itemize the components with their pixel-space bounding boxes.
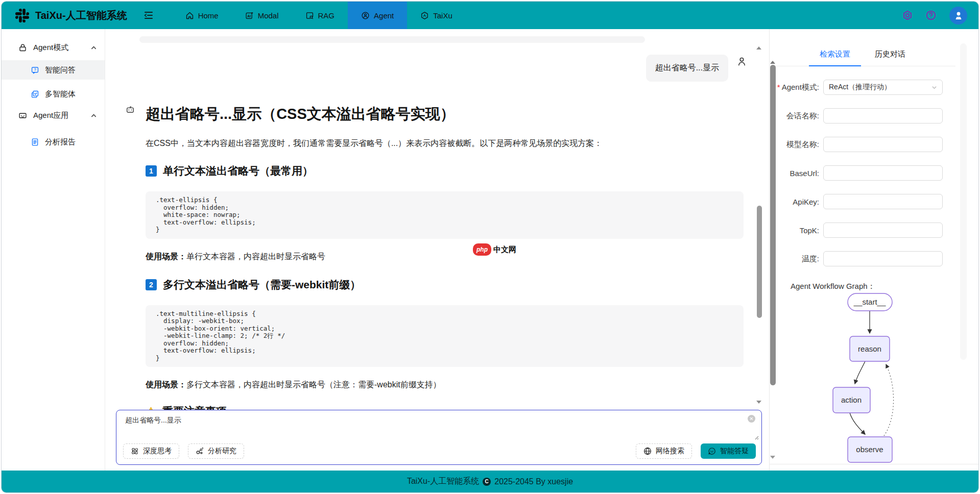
scroll-up-arrow[interactable] [756,46,761,50]
multi-copy-check-icon [31,90,39,98]
panel-scroll-down-arrow[interactable] [770,456,775,459]
field-label: 模型名称: [770,140,823,150]
main-scrollbar-thumb[interactable] [757,206,762,318]
code-block-multiline: .text-multiline-ellipsis { display: -web… [146,305,744,367]
panel-scrollbar-track[interactable] [960,43,967,360]
chat-question-icon: ? [31,66,39,75]
avatar-person-icon [953,10,964,20]
footer-bar: TaiXu-人工智能系统 C 2025-2045 By xuesjie [2,471,978,492]
agent-mode-select[interactable]: ReAct（推理行动） [823,80,943,95]
session-name-input[interactable] [823,108,943,124]
panel-bottom-divider [770,464,978,464]
clear-input-icon[interactable]: ✕ [748,415,755,423]
svg-text:reason: reason [858,344,881,353]
node-reason[interactable]: reason [850,336,890,361]
sidebar-item-label: 分析报告 [45,137,76,147]
usage-text: 多行文本容器，内容超出时显示省略号（注意：需要-webkit前缀支持） [186,380,441,389]
scroll-down-arrow[interactable] [756,401,761,404]
report-doc-icon [31,138,39,146]
field-label: BaseUrl: [770,169,823,178]
chip-label: 网络搜索 [656,447,684,456]
content-area: Agent模式 ? 智能问答 多智能体 Agent应用 分析报告 [2,29,978,471]
temperature-input[interactable] [823,251,943,266]
form-row-agent-mode: *Agent模式: ReAct（推理行动） [770,80,978,95]
svg-text:__start__: __start__ [853,298,886,306]
nav-item-taixu[interactable]: TaiXu [407,2,466,29]
message-composer: 超出省略号...显示 ✕ 深度思考 分析研究 网络搜索 [116,410,762,465]
tab-retrieval-settings[interactable]: 检索设置 [809,50,861,66]
globe-icon [643,447,652,455]
smart-qa-button[interactable]: 智能答疑 [701,443,756,459]
tab-history-dialogue[interactable]: 历史对话 [864,50,916,66]
robot-card-icon [18,111,27,120]
nav-label: Modal [258,11,279,20]
sidebar-item-smart-qa[interactable]: ? 智能问答 [2,60,105,80]
sidebar-group-agent-app[interactable]: Agent应用 [2,108,105,122]
form-row-session-name: 会话名称: [770,108,978,124]
baseurl-input[interactable] [823,165,943,181]
copyright-icon: C [483,478,491,486]
section-heading-text: 单行文本溢出省略号（最常用） [163,164,313,178]
node-observe[interactable]: observe [848,437,892,462]
nav-label: TaiXu [433,11,452,20]
menu-fold-icon[interactable] [144,10,154,20]
footer-app-name: TaiXu-人工智能系统 [407,476,479,487]
composer-input[interactable]: 超出省略号...显示 [117,411,761,437]
sidebar-group-label: Agent应用 [33,111,68,120]
chevron-up-icon [91,45,97,51]
field-label: *Agent模式: [770,83,823,92]
field-label: 会话名称: [770,111,823,121]
svg-text:?: ? [34,67,36,72]
user-avatar[interactable] [949,7,967,24]
select-value: ReAct（推理行动） [829,83,891,92]
sidebar-item-label: 多智能体 [45,89,76,99]
file-search-icon [305,11,314,20]
nav-item-agent[interactable]: Agent [348,2,407,29]
analysis-research-button[interactable]: 分析研究 [188,443,244,459]
resize-handle-icon[interactable] [754,435,759,440]
edge-observe-reason-dotted [884,364,894,436]
chip-label: 分析研究 [208,447,236,456]
section-1-heading: 1 单行文本溢出省略号（最常用） [146,164,744,178]
panel-scroll-up-arrow[interactable] [770,61,775,64]
nav-item-home[interactable]: Home [172,2,232,29]
nav-item-modal[interactable]: AI Modal [232,2,292,29]
slack-logo-icon [15,9,29,22]
nav-label: Home [198,11,219,20]
apikey-input[interactable] [823,194,943,209]
chat-main: 超出省略号...显示 超出省略号...显示（CSS文本溢出省略号实现） 在CSS… [105,29,769,471]
chat-scroll-area[interactable]: 超出省略号...显示 超出省略号...显示（CSS文本溢出省略号实现） 在CSS… [105,29,769,471]
section-2-heading: 2 多行文本溢出省略号（需要-webkit前缀） [146,278,744,292]
node-action[interactable]: action [833,387,870,413]
nav-label: Agent [374,11,394,20]
form-row-model-name: 模型名称: [770,137,978,152]
topk-input[interactable] [823,223,943,238]
nav-item-rag[interactable]: RAG [292,2,348,29]
help-icon[interactable] [926,10,936,20]
settings-icon[interactable] [902,10,913,20]
php-watermark-text: 中文网 [493,244,516,255]
sidebar-item-analysis-report[interactable]: 分析报告 [2,132,105,152]
web-search-button[interactable]: 网络搜索 [636,443,692,459]
ai-model-icon: AI [245,11,254,20]
deep-think-button[interactable]: 深度思考 [123,443,179,459]
model-name-input[interactable] [823,137,943,152]
panel-scrollbar-thumb[interactable] [770,65,776,385]
sidebar-group-agent-mode[interactable]: Agent模式 [2,40,105,55]
form-row-baseurl: BaseUrl: [770,165,978,181]
chevron-down-icon [931,85,937,90]
node-start[interactable]: __start__ [848,293,892,311]
chip-label: 智能答疑 [720,447,749,456]
user-message-row: 超出省略号...显示 [105,29,769,82]
assistant-content: 超出省略号...显示（CSS文本溢出省略号实现） 在CSS中，当文本内容超出容器… [146,93,744,418]
top-navbar: TaiXu-人工智能系统 Home AI Modal RAG Agent [2,2,978,29]
usage-text: 单行文本容器，内容超出时显示省略号 [186,252,325,261]
edge-action-observe [850,413,865,434]
agent-icon [361,11,370,20]
sidebar-item-multi-agent[interactable]: 多智能体 [2,84,105,104]
svg-text:observe: observe [856,445,883,454]
home-icon [185,11,194,20]
svg-text:AI: AI [247,14,251,17]
edge-reason-action [855,361,865,384]
section-heading-text: 多行文本溢出省略号（需要-webkit前缀） [163,278,361,292]
